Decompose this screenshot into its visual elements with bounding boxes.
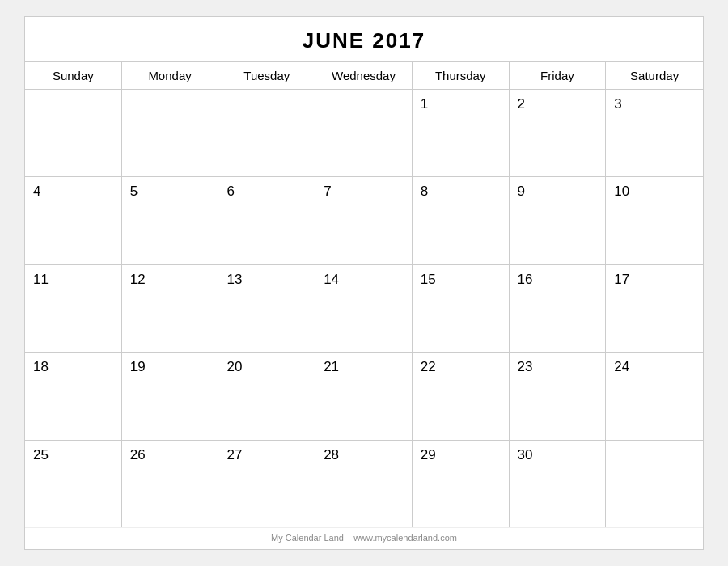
day-cell xyxy=(25,90,122,176)
weeks-container: 1234567891011121314151617181920212223242… xyxy=(25,90,703,527)
week-row: 123 xyxy=(25,90,703,177)
day-cell: 3 xyxy=(606,90,703,176)
week-row: 11121314151617 xyxy=(25,265,703,353)
week-row: 45678910 xyxy=(25,177,703,264)
day-cell: 7 xyxy=(315,177,413,264)
day-header: Saturday xyxy=(606,62,703,89)
day-cell: 4 xyxy=(25,177,122,264)
day-cell: 18 xyxy=(25,353,122,439)
day-cell: 15 xyxy=(413,265,510,352)
day-cell: 27 xyxy=(218,441,315,527)
day-cell: 24 xyxy=(606,353,703,439)
week-row: 252627282930 xyxy=(25,441,703,527)
day-cell: 16 xyxy=(510,265,607,352)
calendar-footer: My Calendar Land – www.mycalendarland.co… xyxy=(25,527,703,549)
day-cell: 9 xyxy=(510,177,607,264)
day-cell: 8 xyxy=(413,177,510,264)
calendar-grid: SundayMondayTuesdayWednesdayThursdayFrid… xyxy=(25,62,703,527)
day-cell: 20 xyxy=(218,353,315,439)
day-header: Friday xyxy=(510,62,607,89)
day-cell: 6 xyxy=(218,177,315,264)
day-header: Tuesday xyxy=(218,62,315,89)
day-cell xyxy=(218,90,315,176)
day-cell: 21 xyxy=(315,353,413,439)
day-header: Monday xyxy=(122,62,219,89)
day-cell: 12 xyxy=(122,265,219,352)
day-cell: 10 xyxy=(606,177,703,264)
day-cell: 23 xyxy=(510,353,607,439)
day-cell: 30 xyxy=(510,441,607,527)
day-cell: 11 xyxy=(25,265,122,352)
day-cell xyxy=(122,90,219,176)
day-headers-row: SundayMondayTuesdayWednesdayThursdayFrid… xyxy=(25,62,703,90)
day-cell: 19 xyxy=(122,353,219,439)
day-cell: 28 xyxy=(315,441,413,527)
day-header: Sunday xyxy=(25,62,122,89)
calendar: JUNE 2017 SundayMondayTuesdayWednesdayTh… xyxy=(24,16,704,550)
day-cell: 1 xyxy=(413,90,510,176)
week-row: 18192021222324 xyxy=(25,353,703,440)
day-cell: 26 xyxy=(122,441,219,527)
day-cell: 13 xyxy=(218,265,315,352)
day-cell: 17 xyxy=(606,265,703,352)
calendar-title: JUNE 2017 xyxy=(25,17,703,62)
day-cell xyxy=(606,441,703,527)
day-cell: 25 xyxy=(25,441,122,527)
day-header: Thursday xyxy=(413,62,510,89)
day-cell xyxy=(315,90,413,176)
day-cell: 2 xyxy=(510,90,607,176)
day-cell: 22 xyxy=(413,353,510,439)
day-cell: 5 xyxy=(122,177,219,264)
day-cell: 29 xyxy=(413,441,510,527)
day-cell: 14 xyxy=(315,265,413,352)
day-header: Wednesday xyxy=(315,62,413,89)
